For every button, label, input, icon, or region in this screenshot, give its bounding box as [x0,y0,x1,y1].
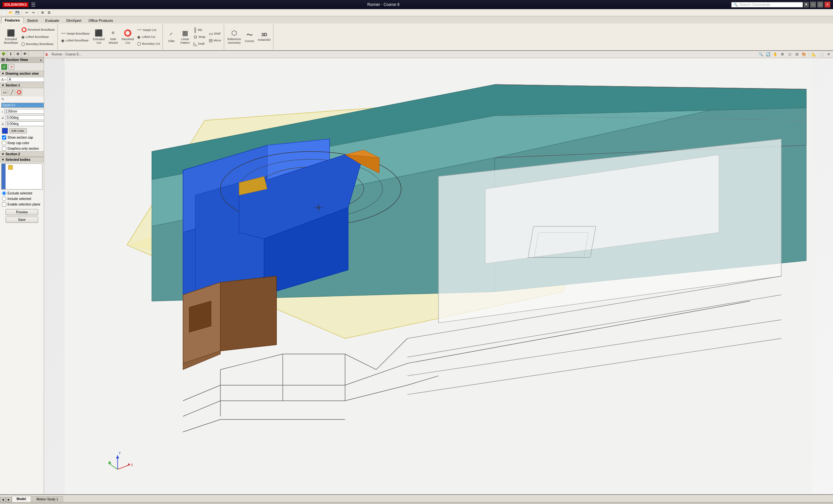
reference-geometry-btn[interactable]: ⬡ ReferenceGeometry [226,28,242,45]
ribbon-fillet-items: ◜ Fillet ▦ LinearPattern ║ Rib ⊙ Wrap [165,25,222,49]
maximize-btn[interactable]: □ [817,2,823,7]
mirror-label: Mirror [214,39,221,42]
viewport-close-btn[interactable]: ✕ [825,51,832,57]
drawing-section-expand[interactable]: ▼ [1,72,5,75]
cancel-btn[interactable]: ✕ [8,64,14,70]
edit-color-btn[interactable]: Edit Color [9,128,27,134]
minimize-btn[interactable]: ─ [810,2,816,7]
tab-next-btn[interactable]: ► [6,497,12,502]
mirror-btn[interactable]: ⊟ Mirror [208,37,223,44]
section1-plane-btn[interactable]: ▭ [1,89,8,96]
instant3d-btn[interactable]: 3D Instant3D [257,28,272,45]
menu-btn[interactable]: ☰ [31,2,35,8]
extruded-cut-btn[interactable]: ⬛ ExtrudedCut [92,28,106,45]
swept-boss-icon: 〰 [61,31,66,36]
lofted-cut-label: Lofted Cut [142,35,155,39]
ribbon: Features Sketch Evaluate DimXpert Office… [0,16,833,51]
curves-btn[interactable]: 〜 Curves [243,28,256,45]
ok-btn[interactable]: ✓ [1,64,7,70]
search-box-container[interactable]: 🔍 Search Commands [731,2,803,7]
swept-boss-label: Swept Boss/Base [67,32,90,35]
swept-cut-btn[interactable]: 〰 Swept Cut [136,27,161,33]
search-dropdown-btn[interactable]: ▼ [804,2,809,7]
show-section-cap-checkbox[interactable] [2,135,6,140]
extruded-boss-icon: ⬛ [7,29,15,37]
rotate-btn[interactable]: 🔄 [765,51,771,57]
swept-boss-btn[interactable]: 〰 Swept Boss/Base [60,30,91,37]
include-selected-radio[interactable] [2,197,6,201]
boundary-cut-label: Boundary Cut [142,42,160,45]
exclude-selected-radio[interactable] [2,191,6,195]
boundary-boss-btn[interactable]: ⬡ Boundary Boss/Base [20,41,56,47]
linear-pattern-btn[interactable]: ▦ LinearPattern [178,28,192,45]
show-section-cap-label: Show section cap [7,136,33,139]
revolved-boss-btn[interactable]: ⭕ Revolved Boss/Base [20,26,56,33]
panel-tab-property[interactable]: ℹ [7,51,14,57]
save-btn[interactable]: 💾 [14,10,20,16]
pan-btn[interactable]: ✋ [772,51,779,57]
panel-tab-feature[interactable]: 🌳 [0,51,7,57]
panel-collapse-btn[interactable]: ▲ [39,58,42,62]
section1-angle2-input[interactable] [5,121,44,126]
section1-offset-input[interactable] [4,109,44,114]
graphics-only-checkbox[interactable] [2,146,6,151]
section-view-btn[interactable]: ⊟ [793,51,800,57]
save-btn[interactable]: Save [5,217,38,223]
new-btn[interactable]: 📄 [1,10,7,16]
section2-expand[interactable]: ▼ [1,152,5,156]
keep-cap-color-label: Keep cap color [7,141,29,145]
appearance-btn[interactable]: 🎨 [801,51,807,57]
open-btn[interactable]: 📂 [8,10,14,16]
tab-sketch[interactable]: Sketch [23,17,42,23]
enable-selection-plane-row: Enable selection plane [0,201,44,207]
undo-btn[interactable]: ↩ [24,10,30,16]
preview-btn[interactable]: Preview [5,209,38,215]
extruded-boss-btn[interactable]: ⬛ ExtrudedBoss/Base [3,28,19,45]
revolved-cut-btn[interactable]: ⭕ RevolvedCut [120,28,136,45]
tab-model[interactable]: Model [12,496,31,502]
draft-btn[interactable]: ◺ Draft [192,41,207,47]
section1-angle1-icon: ∠ [1,116,5,120]
options-btn[interactable]: ☰ [46,10,52,16]
viewport-3d[interactable]: X Y [44,58,833,494]
zoom-fit-btn[interactable]: 🔍 [758,51,764,57]
fillet-btn[interactable]: ◜ Fillet [165,28,178,45]
section1-face-input[interactable] [1,103,44,107]
tab-motion-study-1[interactable]: Motion Study 1 [32,496,63,502]
section1-label: Section 1 [5,83,20,87]
wrap-label: Wrap [198,35,205,39]
panel-tab-display[interactable]: 👁 [22,51,29,57]
boundary-cut-icon: ⬡ [137,41,141,46]
lofted-boss-btn2[interactable]: ◈ Lofted Boss/Base [60,37,91,44]
tab-office[interactable]: Office Products [85,17,117,23]
shell-btn[interactable]: ▭ Shell [208,30,223,37]
statusbar: Runner - Coarse 8 Editing Part MMGS ⚙ [0,502,833,504]
keep-cap-color-checkbox[interactable] [2,141,6,145]
lofted-boss-btn[interactable]: ◈ Lofted Boss/Base [20,33,56,40]
redo-btn[interactable]: ↪ [30,10,36,16]
tab-features[interactable]: Features [1,17,23,23]
linear-pattern-label: LinearPattern [181,38,190,45]
panel-tab-config[interactable]: ⚙ [14,51,22,57]
view-settings-btn[interactable]: ⚙ [779,51,786,57]
lofted-cut-btn[interactable]: ◈ Lofted Cut [136,33,161,40]
selected-bodies-expand[interactable]: ▼ [1,158,5,162]
wrap-btn[interactable]: ⊙ Wrap [192,33,207,40]
rebuild-btn[interactable]: ⚙ [40,10,46,16]
hole-wizard-btn[interactable]: ⚬ HoleWizard [107,28,120,45]
rib-btn[interactable]: ║ Rib [192,27,207,33]
tab-dimxpert[interactable]: DimXpert [63,17,85,23]
section1-angle1-input[interactable] [5,115,44,120]
tab-evaluate[interactable]: Evaluate [42,17,63,23]
section1-line-btn[interactable]: ╱ [8,89,15,96]
close-btn[interactable]: ✕ [825,2,830,7]
section-name-input[interactable] [7,77,44,82]
boundary-cut-btn[interactable]: ⬡ Boundary Cut [136,41,161,47]
tab-prev-btn[interactable]: ◄ [0,497,6,502]
display-style-btn[interactable]: ◻ [786,51,793,57]
view-orient-btn[interactable]: 📐 [811,51,817,57]
viewport-maximize-btn[interactable]: ⬜ [818,51,825,57]
section1-circle-btn[interactable]: ⭕ [16,89,22,96]
enable-selection-plane-checkbox[interactable] [2,202,6,207]
section1-expand[interactable]: ▼ [1,83,5,87]
